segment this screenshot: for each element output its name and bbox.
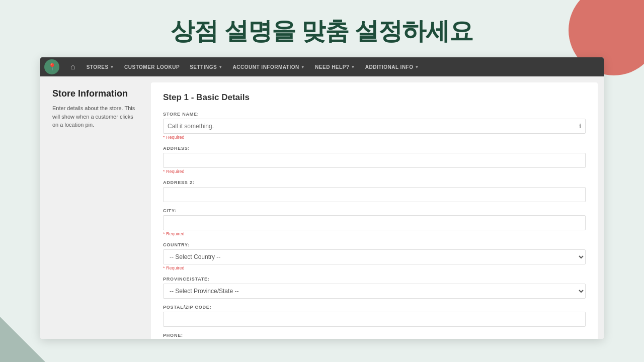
phone-label: Phone: — [163, 333, 586, 338]
nav-home-button[interactable]: ⌂ — [64, 62, 82, 71]
address2-input[interactable] — [163, 187, 586, 202]
chevron-down-icon: ▼ — [301, 65, 305, 69]
field-store-name: Store Name: ℹ * Required — [163, 112, 586, 140]
address2-label: Address 2: — [163, 180, 586, 185]
field-province-state: Province/State: -- Select Province/State… — [163, 277, 586, 299]
store-info-description: Enter details about the store. This will… — [52, 104, 139, 129]
city-required: * Required — [163, 231, 586, 236]
nav-item-additional-info[interactable]: Additional Info ▼ — [360, 57, 424, 76]
country-select[interactable]: -- Select Country -- United States Canad… — [163, 249, 586, 264]
field-address2: Address 2: — [163, 180, 586, 202]
store-name-input[interactable] — [163, 119, 586, 134]
step-title: Step 1 - Basic Details — [163, 93, 586, 103]
province-state-label: Province/State: — [163, 277, 586, 282]
field-address: Address: * Required — [163, 146, 586, 174]
nav-item-stores[interactable]: Stores ▼ — [82, 57, 119, 76]
form-panel: Step 1 - Basic Details Store Name: ℹ * R… — [151, 82, 598, 339]
store-name-label: Store Name: — [163, 112, 586, 117]
country-label: Country: — [163, 242, 586, 247]
province-state-select[interactable]: -- Select Province/State -- — [163, 284, 586, 299]
nav-item-settings[interactable]: Settings ▼ — [185, 57, 227, 76]
field-city: City: * Required — [163, 208, 586, 236]
store-name-required: * Required — [163, 135, 586, 140]
country-required: * Required — [163, 265, 586, 270]
page-title: 상점 설명을 맞춤 설정하세요 — [0, 15, 644, 47]
info-icon: ℹ — [579, 123, 582, 130]
navbar: 📍 ⌂ Stores ▼ Customer Lookup Settings ▼ … — [40, 57, 604, 76]
nav-items: Stores ▼ Customer Lookup Settings ▼ Acco… — [82, 57, 424, 76]
store-name-wrapper: ℹ — [163, 119, 586, 134]
store-info-panel: Store Information Enter details about th… — [40, 76, 151, 339]
address-label: Address: — [163, 146, 586, 151]
nav-item-account-information[interactable]: Account Information ▼ — [228, 57, 310, 76]
store-info-heading: Store Information — [52, 88, 139, 99]
field-postal-zip: Postal/Zip Code: — [163, 305, 586, 327]
city-label: City: — [163, 208, 586, 213]
chevron-down-icon: ▼ — [351, 65, 355, 69]
field-phone: Phone: — [163, 333, 586, 339]
chevron-down-icon: ▼ — [218, 65, 222, 69]
address-input[interactable] — [163, 153, 586, 168]
address-required: * Required — [163, 169, 586, 174]
chevron-down-icon: ▼ — [415, 65, 419, 69]
field-country: Country: -- Select Country -- United Sta… — [163, 242, 586, 270]
city-input[interactable] — [163, 215, 586, 230]
nav-logo[interactable]: 📍 — [44, 59, 59, 74]
content-area: Store Information Enter details about th… — [40, 76, 604, 339]
nav-item-customer-lookup[interactable]: Customer Lookup — [119, 57, 185, 76]
postal-zip-label: Postal/Zip Code: — [163, 305, 586, 310]
hero-section: 상점 설명을 맞춤 설정하세요 — [0, 0, 644, 57]
deco-triangle-bottom-left — [0, 317, 45, 362]
nav-item-need-help[interactable]: Need Help? ▼ — [310, 57, 360, 76]
browser-window: 📍 ⌂ Stores ▼ Customer Lookup Settings ▼ … — [40, 57, 604, 339]
postal-zip-input[interactable] — [163, 312, 586, 327]
logo-icon: 📍 — [48, 63, 56, 71]
chevron-down-icon: ▼ — [110, 65, 114, 69]
